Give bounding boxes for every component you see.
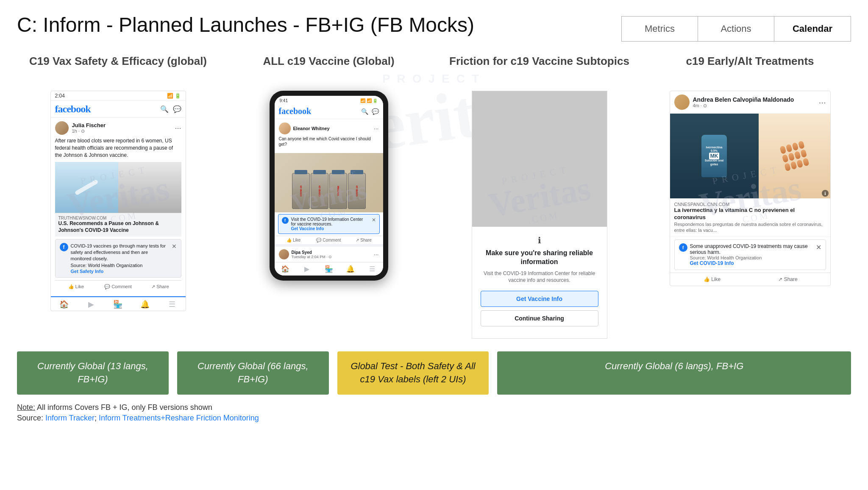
get-vaccine-info-button[interactable]: Get Vaccine Info bbox=[481, 291, 598, 307]
fb-info-link-1[interactable]: Get Safety Info bbox=[71, 269, 169, 274]
fb-share-btn-1[interactable]: ↗ Share bbox=[139, 282, 181, 291]
right-poster-info: Andrea Belen Calvopiña Maldonado 4m · ⊙ bbox=[693, 96, 794, 109]
pill-10 bbox=[790, 161, 797, 170]
phone-info-text: Visit the COVID-19 Information Center fo… bbox=[291, 217, 369, 226]
column-2: ALL c19 Vaccine (Global) 9:41 📶 📶 🔋 face… bbox=[228, 54, 430, 339]
fb-nav-home[interactable]: 🏠 bbox=[51, 300, 78, 309]
fb-nav-menu[interactable]: ☰ bbox=[159, 300, 186, 309]
right-info-link[interactable]: Get COVID-19 Info bbox=[690, 260, 813, 266]
tab-actions[interactable]: Actions bbox=[698, 17, 774, 41]
phone-nav-bell[interactable]: 🔔 bbox=[339, 265, 361, 273]
footer-source-link-1[interactable]: Inform Tracker bbox=[45, 414, 95, 422]
messenger-icon[interactable]: 💬 bbox=[173, 105, 181, 113]
fb-comment-btn-1[interactable]: 💬 Comment bbox=[97, 282, 139, 291]
right-post-image: Ivermectina0.5%MKSolución oral gotas bbox=[670, 114, 830, 198]
page-container: C: Inform - Planned Launches - FB+IG (FB… bbox=[0, 0, 868, 490]
footer-source-link-2[interactable]: Inform Treatments+Reshare Friction Monit… bbox=[99, 414, 259, 422]
fb-info-source-1: Source: World Health Organization bbox=[71, 262, 169, 269]
phone-messenger-icon[interactable]: 💬 bbox=[372, 108, 379, 115]
fb-nav-marketplace[interactable]: 🏪 bbox=[105, 300, 132, 309]
phone-nav-home[interactable]: 🏠 bbox=[275, 265, 296, 273]
phone-comment-btn[interactable]: 💬 Comment bbox=[311, 238, 346, 242]
vbottle-1: COVID-19 bbox=[292, 173, 310, 209]
pill-12 bbox=[802, 158, 809, 166]
right-info-close[interactable]: ✕ bbox=[816, 243, 821, 251]
phone-nav-shop[interactable]: 🏪 bbox=[318, 265, 339, 273]
phone-second-post-menu[interactable]: ··· bbox=[374, 251, 379, 258]
vbottle-label-4: COVID-19 bbox=[356, 186, 358, 196]
fb-like-btn-1[interactable]: 👍 Like bbox=[55, 282, 97, 291]
phone-post-menu[interactable]: ··· bbox=[374, 125, 379, 132]
right-link-source: CNNESPANOL.CNN.COM bbox=[674, 202, 826, 207]
header: C: Inform - Planned Launches - FB+IG (FB… bbox=[17, 13, 851, 42]
vbottle-label-3: VACCINE bbox=[337, 186, 339, 196]
phone-time: 9:41 bbox=[280, 98, 288, 103]
phone-info-close[interactable]: ✕ bbox=[372, 217, 376, 223]
right-like-btn[interactable]: 👍 Like bbox=[674, 275, 750, 284]
vbottle-cap-4 bbox=[351, 170, 363, 174]
vbottle-label-1: COVID-19 bbox=[300, 186, 302, 196]
phone-mock-wrapper: 9:41 📶 📶 🔋 facebook 🔍 💬 bbox=[270, 91, 388, 281]
phone-search-icon[interactable]: 🔍 bbox=[361, 108, 368, 115]
phone-second-post: Dipa Syed Tuesday at 2:04 PM · ⊙ ··· bbox=[275, 244, 383, 262]
phone-nav-menu[interactable]: ☰ bbox=[361, 265, 383, 273]
phone-actions-bar: 👍 Like 💬 Comment ↗ Share bbox=[276, 236, 381, 244]
footer-note-1: Note: All informs Covers FB + IG, only F… bbox=[17, 403, 851, 412]
phone-second-poster-time: Tuesday at 2:04 PM · ⊙ bbox=[292, 255, 332, 259]
phone-share-btn[interactable]: ↗ Share bbox=[346, 238, 381, 242]
status-banners: Currently Global (13 langs, FB+IG) Curre… bbox=[17, 351, 851, 395]
vaccine-bottles-image: COVID-19 COVID-19 VACCINE bbox=[275, 153, 383, 212]
right-post-header: Andrea Belen Calvopiña Maldonado 4m · ⊙ … bbox=[670, 91, 830, 114]
fb-status-bar-1: 2:04 📶 🔋 bbox=[51, 91, 186, 101]
phone-fb-icons: 🔍 💬 bbox=[361, 108, 379, 115]
tab-calendar[interactable]: Calendar bbox=[774, 17, 851, 41]
phone-nav-tv[interactable]: ▶ bbox=[296, 265, 318, 273]
fb-link-source-1: TRUTHNEWSNOW.COM bbox=[58, 216, 178, 220]
pill-1 bbox=[779, 145, 786, 154]
col2-title: ALL c19 Vaccine (Global) bbox=[263, 54, 394, 84]
search-icon[interactable]: 🔍 bbox=[160, 105, 169, 113]
fb-logo-icons-1: 🔍 💬 bbox=[160, 105, 181, 113]
friction-info-icon: ℹ bbox=[481, 235, 598, 245]
pill-9 bbox=[784, 163, 791, 171]
phone-post-text: Can anyone tell me which Covid vaccine I… bbox=[279, 136, 379, 147]
vbottle-cap-3 bbox=[332, 170, 345, 174]
phone-like-btn[interactable]: 👍 Like bbox=[276, 238, 312, 242]
fb-logo-1: facebook bbox=[55, 103, 91, 115]
status-banner-col1: Currently Global (13 langs, FB+IG) bbox=[17, 351, 169, 395]
col4-title: c19 Early/Alt Treatments bbox=[686, 54, 814, 84]
fb-bottom-nav-1: 🏠 ▶ 🏪 🔔 ☰ bbox=[51, 296, 186, 311]
fb-link-box-1: TRUTHNEWSNOW.COM U.S. Recommends a Pause… bbox=[55, 213, 181, 236]
status-text-col4: Currently Global (6 langs), FB+IG bbox=[506, 360, 843, 373]
fb-info-close-1[interactable]: ✕ bbox=[172, 243, 177, 250]
fb-signal-icons: 📶 🔋 bbox=[167, 93, 181, 99]
fb-nav-bell[interactable]: 🔔 bbox=[131, 300, 159, 309]
page-title: C: Inform - Planned Launches - FB+IG (FB… bbox=[17, 13, 474, 37]
vbottle-cap-2 bbox=[313, 170, 326, 174]
footer-source-label: Source: bbox=[17, 414, 43, 422]
tab-metrics[interactable]: Metrics bbox=[622, 17, 698, 41]
phone-signal: 📶 📶 🔋 bbox=[360, 98, 378, 103]
fb-post-time-1: 1h · ⊙ bbox=[72, 128, 106, 134]
vbottle-2: COVID-19 bbox=[311, 173, 328, 209]
ivermectin-right-panel bbox=[759, 114, 830, 198]
phone-post: Eleanor Whitney ··· Can anyone tell me w… bbox=[275, 119, 383, 153]
continue-sharing-button[interactable]: Continue Sharing bbox=[481, 310, 598, 326]
vaccine-img-syringe bbox=[55, 162, 118, 213]
phone-poster-info: Eleanor Whitney bbox=[293, 126, 330, 131]
fb-post-image-1 bbox=[55, 162, 181, 213]
right-info-icon: f bbox=[679, 243, 687, 252]
phone-second-avatar bbox=[279, 249, 289, 259]
right-post-menu[interactable]: ··· bbox=[819, 97, 826, 107]
right-share-btn[interactable]: ↗ Share bbox=[750, 275, 826, 284]
right-info-text: Some unapproved COVID-19 treatments may … bbox=[690, 243, 813, 255]
phone-status-bar: 9:41 📶 📶 🔋 bbox=[275, 96, 383, 104]
phone-info-link[interactable]: Get Vaccine Info bbox=[291, 226, 369, 231]
fb-post-menu-1[interactable]: ··· bbox=[175, 124, 181, 133]
fb-info-content-1: COVID-19 vaccines go through many tests … bbox=[71, 243, 169, 274]
fb-nav-video[interactable]: ▶ bbox=[78, 300, 105, 309]
footer-note-2: Source: Inform Tracker; Inform Treatment… bbox=[17, 414, 851, 423]
phone-avatar bbox=[279, 122, 291, 134]
friction-grey-area bbox=[472, 91, 607, 227]
phone-second-post-header: Dipa Syed Tuesday at 2:04 PM · ⊙ ··· bbox=[279, 249, 379, 259]
